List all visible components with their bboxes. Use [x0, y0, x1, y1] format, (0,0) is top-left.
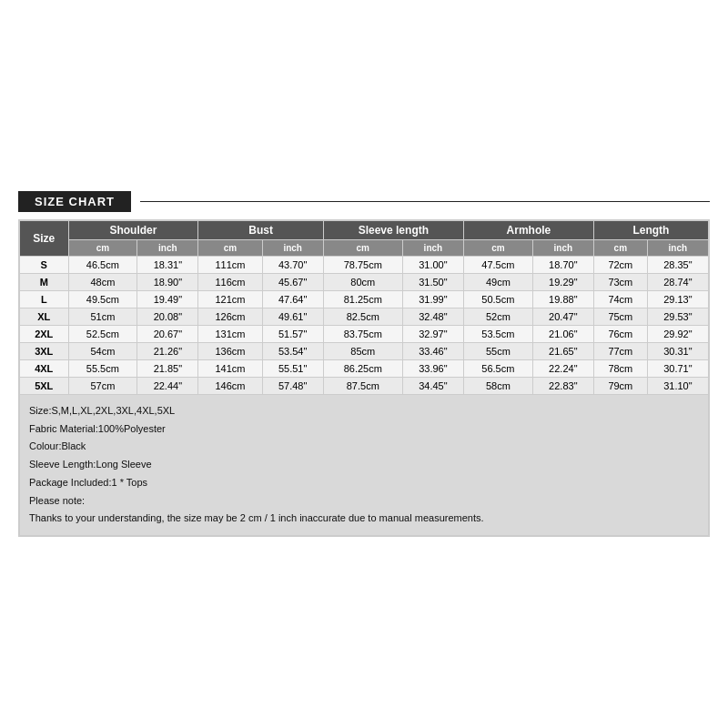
- cell-armhole-in: 21.65": [532, 342, 593, 359]
- cell-sleeve-cm: 82.5cm: [323, 308, 402, 325]
- cell-shoulder-in: 19.49": [137, 290, 198, 308]
- cell-bust-cm: 131cm: [198, 325, 262, 342]
- info-line: Package Included:1 * Tops: [29, 474, 699, 492]
- cell-sleeve-in: 34.45": [402, 377, 463, 394]
- cell-sleeve-cm: 86.25cm: [323, 359, 402, 377]
- col-length-in: inch: [647, 239, 708, 256]
- table-row: 5XL 57cm 22.44" 146cm 57.48" 87.5cm 34.4…: [20, 377, 709, 394]
- cell-bust-in: 47.64": [262, 290, 323, 308]
- cell-shoulder-cm: 57cm: [68, 377, 137, 394]
- cell-bust-cm: 141cm: [198, 359, 262, 377]
- size-chart-line: [140, 201, 710, 202]
- col-bust: Bust: [198, 220, 323, 239]
- col-shoulder-in: inch: [137, 239, 198, 256]
- cell-bust-cm: 136cm: [198, 342, 262, 359]
- table-row: M 48cm 18.90" 116cm 45.67" 80cm 31.50" 4…: [20, 273, 709, 290]
- cell-bust-in: 49.61": [262, 308, 323, 325]
- cell-shoulder-cm: 49.5cm: [68, 290, 137, 308]
- cell-size: M: [20, 273, 69, 290]
- cell-length-in: 29.92": [647, 325, 708, 342]
- cell-armhole-in: 22.24": [532, 359, 593, 377]
- cell-length-cm: 75cm: [593, 308, 647, 325]
- cell-length-in: 28.74": [647, 273, 708, 290]
- cell-length-cm: 76cm: [593, 325, 647, 342]
- cell-shoulder-in: 22.44": [137, 377, 198, 394]
- cell-bust-in: 55.51": [262, 359, 323, 377]
- table-header-row-1: Size Shoulder Bust Sleeve length Armhole…: [20, 220, 709, 239]
- col-length: Length: [593, 220, 708, 239]
- table-row: 2XL 52.5cm 20.67" 131cm 51.57" 83.75cm 3…: [20, 325, 709, 342]
- cell-length-cm: 79cm: [593, 377, 647, 394]
- col-shoulder-cm: cm: [68, 239, 137, 256]
- cell-armhole-cm: 58cm: [463, 377, 532, 394]
- col-sleeve: Sleeve length: [323, 220, 463, 239]
- cell-bust-cm: 111cm: [198, 256, 262, 273]
- cell-length-in: 30.31": [647, 342, 708, 359]
- cell-size: L: [20, 290, 69, 308]
- info-line: Thanks to your understanding, the size m…: [29, 510, 699, 528]
- table-row: L 49.5cm 19.49" 121cm 47.64" 81.25cm 31.…: [20, 290, 709, 308]
- cell-armhole-in: 19.88": [532, 290, 593, 308]
- cell-bust-in: 53.54": [262, 342, 323, 359]
- cell-armhole-in: 20.47": [532, 308, 593, 325]
- cell-armhole-cm: 49cm: [463, 273, 532, 290]
- cell-sleeve-in: 33.96": [402, 359, 463, 377]
- col-armhole-in: inch: [532, 239, 593, 256]
- info-line: Size:S,M,L,XL,2XL,3XL,4XL,5XL: [29, 402, 699, 420]
- cell-shoulder-cm: 48cm: [68, 273, 137, 290]
- cell-shoulder-in: 20.67": [137, 325, 198, 342]
- info-line: Sleeve Length:Long Sleeve: [29, 456, 699, 474]
- info-line: Colour:Black: [29, 438, 699, 456]
- table-header-row-2: cm inch cm inch cm inch cm inch cm inch: [20, 239, 709, 256]
- cell-length-in: 31.10": [647, 377, 708, 394]
- cell-size: 3XL: [20, 342, 69, 359]
- cell-bust-cm: 116cm: [198, 273, 262, 290]
- cell-shoulder-in: 18.90": [137, 273, 198, 290]
- cell-armhole-cm: 52cm: [463, 308, 532, 325]
- cell-shoulder-cm: 55.5cm: [68, 359, 137, 377]
- cell-size: 5XL: [20, 377, 69, 394]
- cell-length-cm: 78cm: [593, 359, 647, 377]
- cell-length-cm: 74cm: [593, 290, 647, 308]
- size-table-wrapper: Size Shoulder Bust Sleeve length Armhole…: [18, 219, 710, 538]
- cell-sleeve-cm: 87.5cm: [323, 377, 402, 394]
- size-chart-label: SIZE CHART: [18, 191, 131, 212]
- col-armhole-cm: cm: [463, 239, 532, 256]
- cell-sleeve-in: 32.48": [402, 308, 463, 325]
- cell-length-in: 30.71": [647, 359, 708, 377]
- col-size: Size: [20, 220, 69, 256]
- cell-shoulder-cm: 52.5cm: [68, 325, 137, 342]
- cell-armhole-cm: 50.5cm: [463, 290, 532, 308]
- table-row: XL 51cm 20.08" 126cm 49.61" 82.5cm 32.48…: [20, 308, 709, 325]
- cell-armhole-cm: 53.5cm: [463, 325, 532, 342]
- cell-length-in: 28.35": [647, 256, 708, 273]
- cell-sleeve-cm: 85cm: [323, 342, 402, 359]
- info-section: Size:S,M,L,XL,2XL,3XL,4XL,5XLFabric Mate…: [19, 395, 709, 537]
- cell-size: 4XL: [20, 359, 69, 377]
- page-wrapper: SIZE CHART Size Shoulder Bust Sleeve len…: [18, 173, 710, 556]
- cell-armhole-in: 19.29": [532, 273, 593, 290]
- col-bust-in: inch: [262, 239, 323, 256]
- col-shoulder: Shoulder: [68, 220, 198, 239]
- cell-armhole-cm: 55cm: [463, 342, 532, 359]
- cell-sleeve-in: 31.00": [402, 256, 463, 273]
- col-length-cm: cm: [593, 239, 647, 256]
- cell-shoulder-in: 21.26": [137, 342, 198, 359]
- cell-bust-in: 57.48": [262, 377, 323, 394]
- cell-length-cm: 77cm: [593, 342, 647, 359]
- size-chart-header: SIZE CHART: [18, 191, 710, 212]
- cell-size: XL: [20, 308, 69, 325]
- col-bust-cm: cm: [198, 239, 262, 256]
- col-sleeve-cm: cm: [323, 239, 402, 256]
- cell-length-cm: 73cm: [593, 273, 647, 290]
- cell-length-in: 29.53": [647, 308, 708, 325]
- cell-bust-in: 43.70": [262, 256, 323, 273]
- cell-size: 2XL: [20, 325, 69, 342]
- cell-shoulder-cm: 51cm: [68, 308, 137, 325]
- cell-sleeve-cm: 80cm: [323, 273, 402, 290]
- table-row: 3XL 54cm 21.26" 136cm 53.54" 85cm 33.46"…: [20, 342, 709, 359]
- cell-armhole-cm: 47.5cm: [463, 256, 532, 273]
- cell-sleeve-in: 32.97": [402, 325, 463, 342]
- cell-shoulder-in: 21.85": [137, 359, 198, 377]
- cell-shoulder-cm: 54cm: [68, 342, 137, 359]
